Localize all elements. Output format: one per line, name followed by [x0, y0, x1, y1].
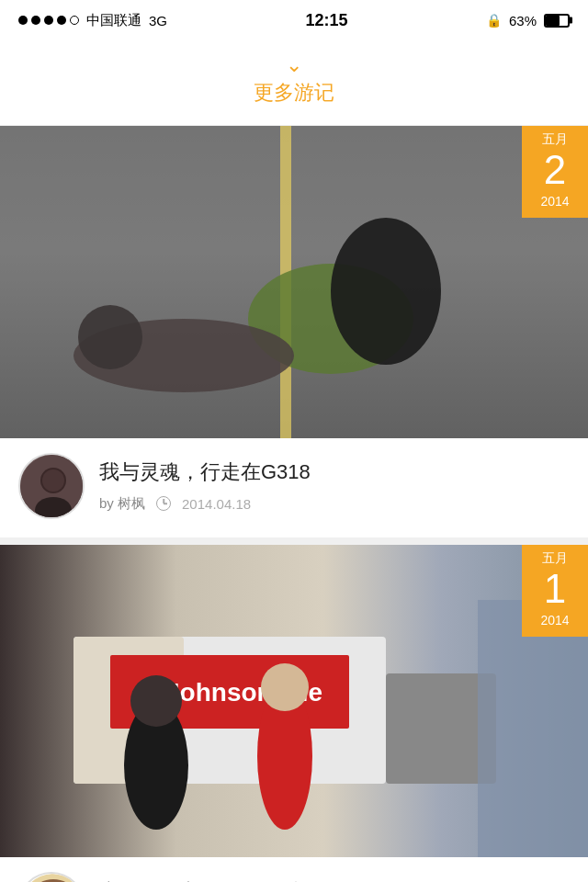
by-label: by: [99, 495, 118, 511]
svg-point-10: [42, 469, 64, 492]
card-1-footer: 我与灵魂，行走在G318 by 树枫 2014.04.18: [0, 438, 588, 537]
card-1-avatar: [18, 453, 85, 519]
card-2-year: 2014: [529, 613, 581, 628]
svg-point-4: [331, 218, 441, 365]
network-type: 3G: [149, 13, 167, 28]
card-2-svg: Johnsonville: [0, 545, 588, 857]
svg-rect-21: [478, 600, 588, 857]
card-2[interactable]: Johnsonville 五月 1 2014: [0, 545, 588, 882]
card-1-image: 五月 2 2014: [0, 126, 588, 438]
card-1[interactable]: 五月 2 2014 我与灵魂，行走在G318 by 树枫 2014.: [0, 126, 588, 537]
header[interactable]: ⌄ 更多游记: [0, 40, 588, 126]
card-2-month: 五月: [529, 550, 581, 567]
clock: 12:15: [305, 11, 347, 30]
card-2-date-badge: 五月 1 2014: [522, 545, 588, 637]
card-2-image: Johnsonville 五月 1 2014: [0, 545, 588, 857]
carrier: 中国联通: [86, 12, 141, 29]
chevron-down-icon[interactable]: ⌄: [0, 55, 588, 75]
card-1-year: 2014: [529, 194, 581, 209]
card-1-author: by 树枫: [99, 495, 145, 513]
card-1-day: 2: [529, 148, 581, 192]
signal-dot-1: [18, 16, 28, 25]
card-1-date: 2014.04.18: [182, 496, 251, 512]
battery-icon: [544, 14, 570, 28]
svg-point-18: [130, 675, 182, 727]
status-right: 🔒 63%: [486, 13, 570, 28]
card-1-svg: [0, 126, 588, 438]
card-1-title: 我与灵魂，行走在G318: [99, 459, 570, 486]
signal-dot-4: [57, 16, 66, 25]
card-1-text: 我与灵魂，行走在G318 by 树枫 2014.04.18: [99, 459, 570, 513]
clock-icon-1: [156, 496, 171, 511]
svg-point-20: [261, 663, 309, 711]
svg-point-6: [78, 305, 142, 369]
card-1-meta: by 树枫 2014.04.18: [99, 495, 570, 513]
card-1-month: 五月: [529, 131, 581, 148]
card-2-footer: 寂静的远方 有沉静的力量 by Ray.king 2014.03.26: [0, 857, 588, 882]
signal-dots: [18, 16, 79, 25]
header-title[interactable]: 更多游记: [0, 79, 588, 107]
signal-dot-2: [31, 16, 40, 25]
status-bar: 中国联通 3G 12:15 🔒 63%: [0, 0, 588, 40]
lock-icon: 🔒: [486, 13, 502, 28]
clock-symbol-1: [156, 496, 171, 511]
status-left: 中国联通 3G: [18, 12, 167, 29]
card-2-day: 1: [529, 567, 581, 611]
card-2-avatar: [18, 872, 85, 882]
signal-dot-5: [70, 16, 79, 25]
battery-percentage: 63%: [509, 13, 537, 28]
card-1-date-badge: 五月 2 2014: [522, 126, 588, 218]
signal-dot-3: [44, 16, 53, 25]
